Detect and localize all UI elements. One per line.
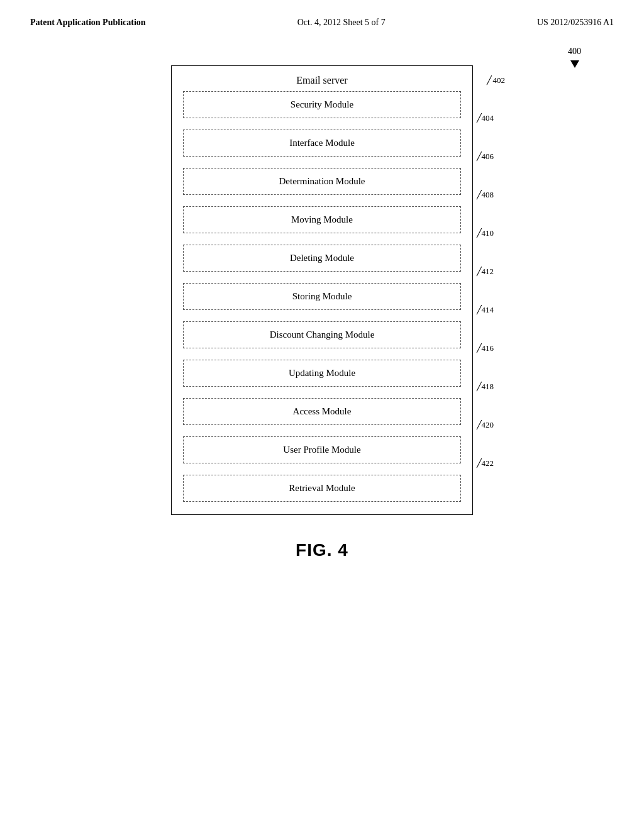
module-ref-label: ╱420 [477, 420, 494, 430]
module-wrapper: Deleting Module╱412 [183, 245, 461, 272]
module-ref-label: ╱416 [477, 343, 494, 353]
module-box: User Profile Module [183, 436, 461, 463]
module-ref-label: ╱422 [477, 458, 494, 468]
module-box: Interface Module [183, 130, 461, 157]
module-wrapper: Discount Changing Module╱416 [183, 321, 461, 348]
module-ref-label: ╱412 [477, 267, 494, 277]
module-wrapper: User Profile Module╱422 [183, 436, 461, 463]
module-ref-label: ╱418 [477, 382, 494, 392]
diagram-area: 400 Email server ╱ 402 Security Module╱4… [0, 65, 644, 515]
page-header: Patent Application Publication Oct. 4, 2… [0, 0, 644, 28]
fig-label: FIG. 4 [0, 540, 644, 560]
module-box: Retrieval Module [183, 475, 461, 502]
module-box: Storing Module [183, 283, 461, 310]
module-box: Access Module [183, 398, 461, 425]
module-box: Moving Module [183, 206, 461, 233]
email-server-label: Email server [296, 75, 347, 86]
module-box: Updating Module [183, 360, 461, 387]
module-ref-label: ╱406 [477, 152, 494, 162]
module-wrapper: Interface Module╱406 [183, 130, 461, 157]
module-ref-label: ╱414 [477, 305, 494, 315]
modules-container: Security Module╱404Interface Module╱406D… [172, 91, 472, 502]
module-wrapper: Security Module╱404 [183, 91, 461, 118]
module-ref-label: ╱408 [477, 190, 494, 200]
module-wrapper: Updating Module╱418 [183, 360, 461, 387]
email-server-ref: ╱ 402 [487, 75, 506, 86]
header-left: Patent Application Publication [30, 18, 146, 28]
module-wrapper: Retrieval Module [183, 475, 461, 502]
header-right: US 2012/0253916 A1 [537, 18, 614, 28]
module-box: Security Module [183, 91, 461, 118]
module-box: Determination Module [183, 168, 461, 195]
module-wrapper: Moving Module╱410 [183, 206, 461, 233]
module-box: Deleting Module [183, 245, 461, 272]
module-ref-label: ╱404 [477, 113, 494, 123]
outer-box: Email server ╱ 402 Security Module╱404In… [171, 65, 473, 515]
module-ref-label: ╱410 [477, 228, 494, 238]
module-box: Discount Changing Module [183, 321, 461, 348]
header-center: Oct. 4, 2012 Sheet 5 of 7 [297, 18, 386, 28]
module-wrapper: Storing Module╱414 [183, 283, 461, 310]
email-server-row: Email server ╱ 402 [172, 66, 472, 91]
arrow-down-icon [570, 60, 579, 68]
module-wrapper: Access Module╱420 [183, 398, 461, 425]
ref-400-label: 400 [568, 47, 581, 68]
module-wrapper: Determination Module╱408 [183, 168, 461, 195]
